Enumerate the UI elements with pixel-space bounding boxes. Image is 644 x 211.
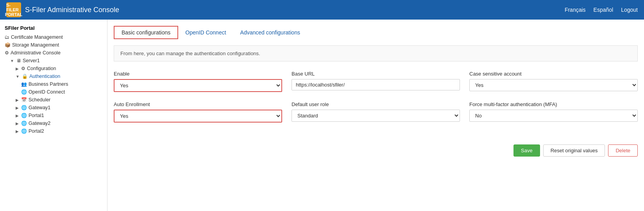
tab-basic-configurations[interactable]: Basic configurations — [114, 26, 178, 39]
config-icon: ⚙ — [21, 66, 25, 71]
info-message: From here, you can manage the authentica… — [120, 50, 260, 56]
form-group-case-sensitive: Case sensitive account Yes No — [469, 71, 638, 92]
form-group-base-url: Base URL — [292, 71, 460, 92]
logout-link[interactable]: Logout — [621, 7, 638, 13]
tabs: Basic configurations OpenID Connect Adva… — [114, 26, 638, 39]
sidebar-item-configuration[interactable]: ▶ ⚙ Configuration — [11, 65, 107, 72]
oid-icon: 🌐 — [21, 89, 27, 95]
logo-icon: S-FILER PORTAL — [6, 2, 21, 17]
form-group-auto-enrollment: Auto Enrollment Yes No — [114, 101, 282, 123]
sidebar-item-authentication[interactable]: ▼ 🔒 Authentication — [11, 72, 107, 80]
auth-expand-icon: ▼ — [16, 74, 20, 79]
p2-icon: 🌐 — [21, 128, 27, 134]
tab-openid-connect[interactable]: OpenID Connect — [178, 26, 233, 39]
sidebar: SFiler Portal 🗂 Certificate Management 📦… — [0, 20, 107, 211]
sched-expand-icon: ▶ — [16, 98, 19, 102]
sidebar-item-admin-console[interactable]: ⚙ Administrative Console — [0, 49, 107, 57]
sidebar-item-certificate-management[interactable]: 🗂 Certificate Management — [0, 33, 107, 41]
enable-select[interactable]: Yes No — [114, 79, 282, 92]
auto-enrollment-label: Auto Enrollment — [114, 101, 282, 107]
default-user-role-select[interactable]: Standard Admin Guest — [292, 110, 460, 122]
enable-label: Enable — [114, 71, 282, 77]
case-sensitive-label: Case sensitive account — [469, 71, 638, 77]
force-mfa-label: Force multi-factor authentication (MFA) — [469, 101, 638, 107]
francais-link[interactable]: Français — [565, 7, 586, 13]
save-button[interactable]: Save — [513, 144, 540, 157]
sidebar-label-server1: Server1 — [23, 58, 40, 63]
sidebar-label-scheduler: Scheduler — [29, 97, 50, 103]
sidebar-label-authentication: Authentication — [29, 74, 60, 79]
server1-icon: 🖥 — [16, 58, 21, 63]
sidebar-label-admin-console: Administrative Console — [11, 50, 61, 56]
sidebar-root-label: SFiler Portal — [0, 23, 107, 33]
p1-expand-icon: ▶ — [16, 114, 19, 118]
form-group-force-mfa: Force multi-factor authentication (MFA) … — [469, 101, 638, 123]
sidebar-item-portal1[interactable]: ▶ 🌐 Portal1 — [11, 112, 107, 119]
gw1-expand-icon: ▶ — [16, 106, 19, 110]
p2-expand-icon: ▶ — [16, 129, 19, 133]
bp-icon: 👥 — [21, 81, 27, 87]
form-row-2: Auto Enrollment Yes No Default user role… — [114, 101, 638, 123]
delete-button[interactable]: Delete — [608, 144, 638, 157]
tab-advanced-configurations[interactable]: Advanced configurations — [233, 26, 307, 39]
sidebar-label-openid-connect: OpenID Connect — [29, 89, 65, 95]
sidebar-label-gateway1: Gateway1 — [29, 105, 50, 110]
sidebar-item-gateway2[interactable]: ▶ 🌐 Gateway2 — [11, 119, 107, 127]
gw1-icon: 🌐 — [21, 105, 27, 110]
reset-button[interactable]: Reset original values — [543, 144, 605, 157]
p1-icon: 🌐 — [21, 113, 27, 118]
sidebar-label-configuration: Configuration — [27, 66, 56, 71]
expand-icon: ▼ — [10, 59, 14, 63]
default-user-role-label: Default user role — [292, 101, 460, 107]
sched-icon: 📅 — [21, 97, 27, 103]
form-group-enable: Enable Yes No — [114, 71, 282, 92]
auto-enrollment-select[interactable]: Yes No — [114, 110, 282, 123]
sidebar-group-auth-children: 👥 Business Partners 🌐 OpenID Connect — [11, 80, 107, 96]
storage-icon: 📦 — [5, 42, 11, 48]
sidebar-item-gateway1[interactable]: ▶ 🌐 Gateway1 — [11, 104, 107, 112]
case-sensitive-select[interactable]: Yes No — [469, 79, 638, 91]
admin-icon: ⚙ — [5, 50, 9, 56]
base-url-input[interactable] — [292, 79, 460, 90]
cert-icon: 🗂 — [5, 34, 9, 40]
info-box: From here, you can manage the authentica… — [114, 45, 638, 61]
auth-icon: 🔒 — [22, 74, 28, 79]
sidebar-item-server1[interactable]: ▼ 🖥 Server1 — [5, 57, 107, 65]
header-nav: Français Español Logout — [565, 7, 638, 13]
config-expand-icon: ▶ — [16, 67, 19, 71]
sidebar-item-openid-connect[interactable]: 🌐 OpenID Connect — [16, 88, 107, 96]
main-content: Basic configurations OpenID Connect Adva… — [107, 20, 644, 211]
logo: S-FILER PORTAL S-Filer Administrative Co… — [6, 2, 119, 17]
gw2-expand-icon: ▶ — [16, 121, 19, 126]
sidebar-item-portal2[interactable]: ▶ 🌐 Portal2 — [11, 127, 107, 135]
sidebar-label-business-partners: Business Partners — [29, 81, 68, 87]
buttons-row: Save Reset original values Delete — [114, 138, 638, 157]
gw2-icon: 🌐 — [21, 121, 27, 126]
base-url-label: Base URL — [292, 71, 460, 77]
sidebar-item-storage-management[interactable]: 📦 Storage Management — [0, 41, 107, 49]
espanol-link[interactable]: Español — [594, 7, 614, 13]
force-mfa-select[interactable]: No Yes — [469, 110, 638, 122]
sidebar-label-portal1: Portal1 — [29, 113, 44, 118]
sidebar-label-certificate-management: Certificate Management — [11, 34, 63, 40]
app-title: S-Filer Administrative Console — [25, 6, 119, 14]
sidebar-group-config: ▶ ⚙ Configuration ▼ 🔒 Authentication 👥 B… — [5, 65, 107, 135]
layout: SFiler Portal 🗂 Certificate Management 📦… — [0, 20, 644, 211]
sidebar-group-server1: ▼ 🖥 Server1 ▶ ⚙ Configuration ▼ 🔒 Authen… — [0, 57, 107, 135]
sidebar-label-portal2: Portal2 — [29, 128, 44, 134]
sidebar-item-business-partners[interactable]: 👥 Business Partners — [16, 80, 107, 88]
header: S-FILER PORTAL S-Filer Administrative Co… — [0, 0, 644, 20]
sidebar-label-gateway2: Gateway2 — [29, 121, 50, 126]
sidebar-label-storage-management: Storage Management — [12, 42, 59, 48]
form-group-default-user-role: Default user role Standard Admin Guest — [292, 101, 460, 123]
form-row-1: Enable Yes No Base URL Case sensitive ac… — [114, 71, 638, 92]
sidebar-item-scheduler[interactable]: ▶ 📅 Scheduler — [11, 96, 107, 104]
